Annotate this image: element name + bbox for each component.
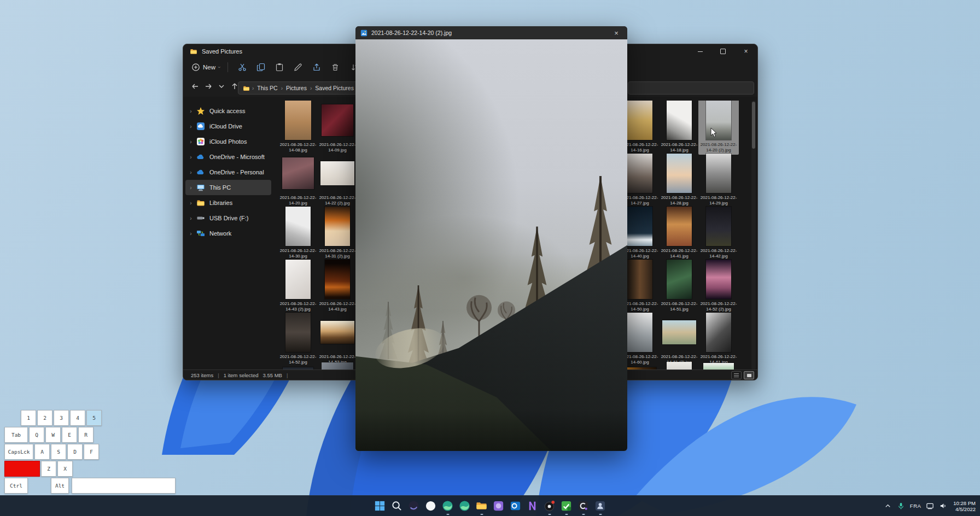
rename-button[interactable]: [290, 60, 306, 74]
file-thumbnail[interactable]: [706, 101, 731, 140]
file-thumbnail[interactable]: [706, 154, 731, 193]
chevron-right-icon[interactable]: ›: [185, 185, 196, 191]
share-button[interactable]: [309, 60, 324, 74]
file-item[interactable]: 2021-08-26-12-22-14-42.jpg: [700, 207, 737, 259]
file-item[interactable]: 2021-08-26-12-22-14-61.jpg: [700, 313, 737, 365]
screen-recorder-icon[interactable]: [541, 496, 558, 516]
file-item[interactable]: [319, 359, 356, 370]
start-button[interactable]: [371, 496, 388, 516]
file-thumbnail[interactable]: [667, 207, 692, 246]
new-button[interactable]: New ›: [191, 63, 220, 72]
file-thumbnail[interactable]: [667, 101, 692, 140]
chevron-right-icon[interactable]: ›: [185, 231, 196, 237]
sidebar-item-libraries[interactable]: ›Libraries: [185, 195, 271, 210]
file-thumbnail[interactable]: [285, 101, 311, 140]
back-button[interactable]: [189, 80, 201, 92]
breadcrumb-item[interactable]: Pictures: [286, 85, 307, 91]
sidebar-item-onedrive-microsoft[interactable]: ›OneDrive - Microsoft: [185, 149, 271, 165]
green-app-icon[interactable]: [558, 496, 575, 516]
cast-screen-icon[interactable]: [926, 502, 934, 510]
file-thumbnail[interactable]: [667, 362, 692, 370]
volume-icon[interactable]: [939, 502, 947, 510]
sidebar-item-usb-drive-f-[interactable]: ›USB Drive (F:): [185, 210, 271, 226]
chevron-right-icon[interactable]: ›: [185, 200, 196, 206]
file-item[interactable]: 2021-08-26-12-22-14-53.jpg: [319, 313, 356, 365]
file-item[interactable]: 2021-08-26-12-22-14-43.jpg: [319, 260, 356, 312]
microphone-icon[interactable]: [897, 502, 905, 510]
file-thumbnail[interactable]: [285, 207, 311, 246]
file-thumbnail[interactable]: [667, 260, 692, 299]
file-thumbnail[interactable]: [320, 321, 354, 344]
file-thumbnail[interactable]: [662, 320, 696, 344]
widgets-icon[interactable]: [422, 496, 439, 516]
minimize-button[interactable]: [689, 44, 711, 58]
file-item[interactable]: 2021-08-26-12-22-14-41.jpg: [661, 207, 698, 259]
cut-button[interactable]: [235, 60, 250, 74]
file-thumbnail[interactable]: [627, 313, 652, 352]
recent-locations-button[interactable]: [215, 80, 228, 92]
outlook-icon[interactable]: [507, 496, 524, 516]
viewer-close-button[interactable]: ×: [605, 26, 627, 39]
file-thumbnail[interactable]: [320, 161, 354, 185]
chevron-right-icon[interactable]: ›: [185, 139, 196, 145]
file-thumbnail[interactable]: [322, 104, 353, 136]
file-thumbnail[interactable]: [627, 260, 652, 299]
file-item[interactable]: 2021-08-26-12-22-14-29.jpg: [700, 154, 737, 206]
chevron-right-icon[interactable]: ›: [185, 215, 196, 221]
scrollbar-thumb[interactable]: [752, 102, 755, 149]
maximize-button[interactable]: [711, 44, 734, 58]
chevron-right-icon[interactable]: ›: [185, 154, 196, 160]
file-item[interactable]: 2021-08-26-12-22-14-30.jpg: [279, 207, 317, 259]
file-thumbnail[interactable]: [282, 157, 314, 189]
file-item[interactable]: 2021-08-26-12-22-14-18.jpg: [661, 101, 698, 153]
file-thumbnail[interactable]: [325, 207, 350, 246]
file-thumbnail[interactable]: [285, 260, 311, 299]
sidebar-item-onedrive-personal[interactable]: ›OneDrive - Personal: [185, 165, 271, 180]
file-item[interactable]: 2021-08-26-12-22-14-61 (2).jpg: [661, 313, 698, 365]
file-thumbnail[interactable]: [706, 260, 731, 299]
forward-button[interactable]: [202, 80, 214, 92]
language-indicator[interactable]: FRA: [910, 503, 921, 509]
large-icons-view-button[interactable]: [744, 371, 754, 379]
scrollbar[interactable]: [751, 101, 756, 370]
file-item[interactable]: 2021-08-26-12-22-14-09.jpg: [319, 101, 356, 153]
file-item[interactable]: 2021-08-26-12-22-14-22 (2).jpg: [319, 154, 356, 206]
search-input[interactable]: [628, 81, 754, 95]
chevron-right-icon[interactable]: ›: [185, 169, 196, 175]
notion-icon[interactable]: [524, 496, 541, 516]
copy-button[interactable]: [253, 60, 269, 74]
details-view-button[interactable]: [731, 371, 742, 379]
file-thumbnail[interactable]: [627, 101, 652, 140]
search-button[interactable]: [388, 496, 405, 516]
file-thumbnail[interactable]: [667, 154, 692, 193]
chevron-right-icon[interactable]: ›: [185, 108, 196, 114]
edge-browser-icon[interactable]: [439, 496, 456, 516]
store-app-icon[interactable]: [490, 496, 507, 516]
file-item[interactable]: 2021-08-26-12-22-14-08.jpg: [279, 101, 317, 153]
close-button[interactable]: ×: [734, 44, 757, 58]
sidebar-item-quick-access[interactable]: ›Quick access: [185, 103, 271, 119]
file-item[interactable]: [700, 359, 737, 370]
file-item[interactable]: 2021-08-26-12-22-14-51.jpg: [661, 260, 698, 312]
file-item[interactable]: 2021-08-26-12-22-14-28.jpg: [661, 154, 698, 206]
file-explorer-icon[interactable]: [473, 496, 490, 516]
file-thumbnail[interactable]: [706, 313, 731, 352]
c-app-icon[interactable]: [575, 496, 592, 516]
clock[interactable]: 10:28 PM 4/5/2022: [953, 500, 976, 512]
file-item[interactable]: 2021-08-26-12-22-14-52.jpg: [279, 313, 317, 365]
edge-browser-2-icon[interactable]: [456, 496, 473, 516]
file-item[interactable]: 2021-08-26-12-22-14-20 (2).jpg: [698, 101, 739, 155]
teams-icon[interactable]: [592, 496, 609, 516]
file-thumbnail[interactable]: [627, 154, 652, 193]
sidebar-item-this-pc[interactable]: ›This PC: [185, 180, 271, 195]
viewer-titlebar[interactable]: 2021-08-26-12-22-14-20 (2).jpg ×: [355, 26, 627, 39]
file-thumbnail[interactable]: [627, 207, 652, 246]
sidebar-item-icloud-drive[interactable]: ›iCloud Drive: [185, 119, 271, 134]
file-item[interactable]: 2021-08-26-12-22-14-43 (2).jpg: [279, 260, 317, 312]
file-item[interactable]: 2021-08-26-12-22-14-20.jpg: [279, 154, 317, 206]
chevron-right-icon[interactable]: ›: [185, 124, 196, 130]
file-thumbnail[interactable]: [706, 207, 731, 246]
paste-button[interactable]: [272, 60, 287, 74]
file-thumbnail[interactable]: [325, 260, 350, 299]
delete-button[interactable]: [328, 60, 343, 74]
